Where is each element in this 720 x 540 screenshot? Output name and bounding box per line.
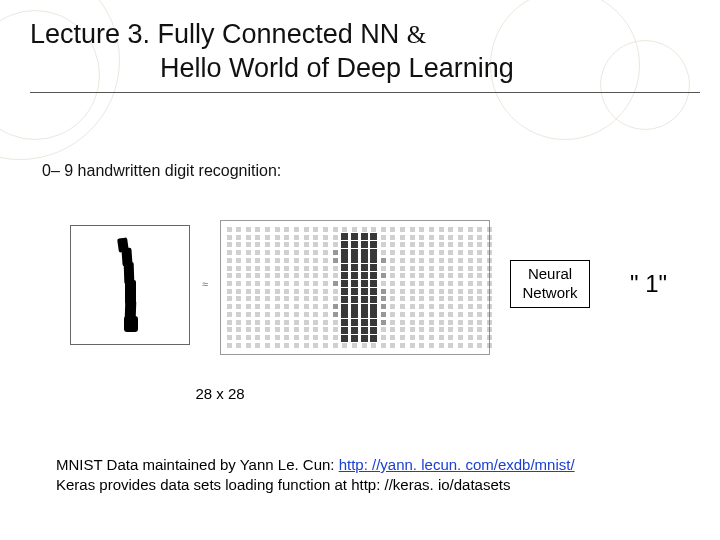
digit-image-box bbox=[70, 225, 190, 345]
digit-glyph-1 bbox=[116, 236, 142, 336]
matrix-col bbox=[350, 227, 358, 348]
diagram: ≈ Neural Network " 1" bbox=[50, 210, 670, 380]
title-line-1-text: Lecture 3. Fully Connected NN bbox=[30, 19, 407, 49]
matrix-col bbox=[437, 227, 445, 348]
mnist-link[interactable]: http: //yann. lecun. com/exdb/mnist/ bbox=[339, 456, 575, 473]
matrix-col bbox=[466, 227, 474, 348]
matrix-col bbox=[476, 227, 484, 348]
matrix-col bbox=[389, 227, 397, 348]
matrix-col bbox=[331, 227, 339, 348]
matrix-col bbox=[273, 227, 281, 348]
matrix-col bbox=[283, 227, 291, 348]
matrix-col bbox=[399, 227, 407, 348]
matrix-col bbox=[235, 227, 243, 348]
matrix-col bbox=[293, 227, 301, 348]
pixel-matrix bbox=[220, 220, 490, 355]
neural-network-box: Neural Network bbox=[510, 260, 590, 308]
matrix-col bbox=[312, 227, 320, 348]
matrix-col bbox=[321, 227, 329, 348]
title-line-1: Lecture 3. Fully Connected NN & bbox=[30, 18, 700, 52]
title-line-2: Hello World of Deep Learning bbox=[30, 52, 700, 86]
matrix-col bbox=[341, 227, 349, 348]
matrix-col bbox=[370, 227, 378, 348]
footer-text: MNIST Data maintained by Yann Le. Cun: h… bbox=[56, 455, 575, 496]
output-label: " 1" bbox=[630, 270, 667, 298]
sub-heading: 0– 9 handwritten digit recognition: bbox=[42, 162, 281, 180]
matrix-col bbox=[485, 227, 493, 348]
matrix-col bbox=[254, 227, 262, 348]
matrix-col bbox=[379, 227, 387, 348]
matrix-col bbox=[225, 227, 233, 348]
slide-title: Lecture 3. Fully Connected NN & Hello Wo… bbox=[30, 18, 700, 93]
matrix-col bbox=[456, 227, 464, 348]
matrix-col bbox=[244, 227, 252, 348]
matrix-col bbox=[302, 227, 310, 348]
image-size-caption: 28 x 28 bbox=[60, 385, 380, 402]
footer-prefix: MNIST Data maintained by Yann Le. Cun: bbox=[56, 456, 339, 473]
matrix-col bbox=[447, 227, 455, 348]
matrix-col bbox=[264, 227, 272, 348]
matrix-col bbox=[360, 227, 368, 348]
footer-line-2: Keras provides data sets loading functio… bbox=[56, 475, 575, 495]
approx-symbol: ≈ bbox=[202, 278, 208, 290]
ampersand: & bbox=[407, 21, 426, 48]
matrix-col bbox=[428, 227, 436, 348]
matrix-col bbox=[418, 227, 426, 348]
footer-line-1: MNIST Data maintained by Yann Le. Cun: h… bbox=[56, 455, 575, 475]
matrix-col bbox=[408, 227, 416, 348]
